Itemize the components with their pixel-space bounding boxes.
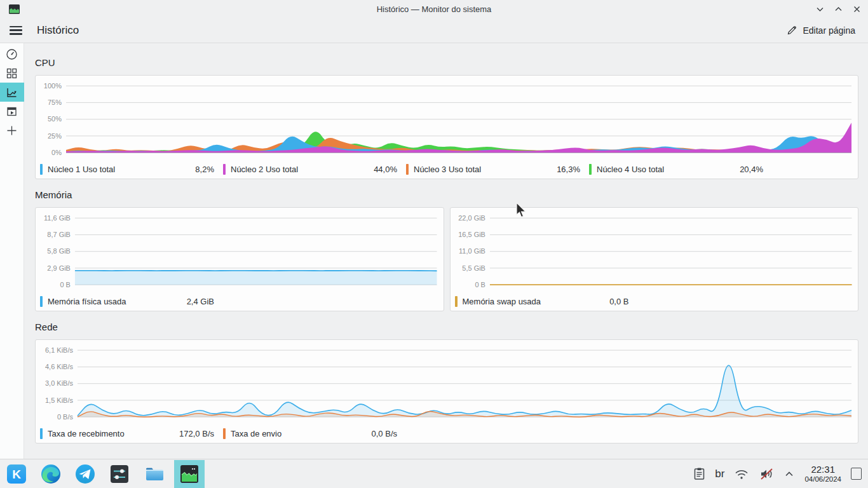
taskbar: K xyxy=(0,459,868,488)
legend-item: Núcleo 4 Uso total20,4% xyxy=(589,164,772,175)
svg-text:0 B: 0 B xyxy=(60,281,71,288)
legend-label: Taxa de recebimento xyxy=(48,429,125,438)
edit-page-button[interactable]: Editar página xyxy=(783,22,859,38)
dolphin-file-manager-icon[interactable] xyxy=(144,464,165,484)
legend-item: Memória swap usada0,0 B xyxy=(455,296,638,307)
maximize-button[interactable] xyxy=(834,4,843,14)
swap-memory-legend: Memória swap usada0,0 B xyxy=(451,292,858,311)
svg-text:100%: 100% xyxy=(44,82,62,90)
legend-label: Núcleo 1 Uso total xyxy=(48,165,115,174)
legend-label: Núcleo 2 Uso total xyxy=(231,165,298,174)
legend-swatch xyxy=(455,296,458,307)
wifi-icon[interactable] xyxy=(734,468,749,480)
legend-label: Taxa de envio xyxy=(231,429,281,438)
svg-text:1,5 KiB/s: 1,5 KiB/s xyxy=(45,396,74,404)
svg-text:11,0 GiB: 11,0 GiB xyxy=(459,247,485,255)
physical-memory-legend: Memória física usada2,4 GiB xyxy=(36,292,444,311)
clipboard-icon[interactable] xyxy=(693,467,705,480)
sidebar-item-add[interactable] xyxy=(0,121,24,140)
kde-launcher-icon[interactable]: K xyxy=(6,464,27,484)
close-button[interactable] xyxy=(852,4,862,14)
show-desktop-button[interactable] xyxy=(851,468,862,480)
legend-label: Núcleo 3 Uso total xyxy=(414,165,481,174)
network-card: 6,1 KiB/s4,6 KiB/s3,0 KiB/s1,5 KiB/s0 B/… xyxy=(35,339,858,444)
legend-value: 44,0% xyxy=(374,165,397,174)
legend-swatch xyxy=(589,164,592,175)
legend-swatch xyxy=(40,428,43,439)
svg-text:0 B/s: 0 B/s xyxy=(57,413,74,421)
legend-value: 0,0 B/s xyxy=(372,429,397,438)
physical-memory-chart: 11,6 GiB8,7 GiB5,8 GiB2,9 GiB0 B xyxy=(36,208,444,292)
physical-memory-card: 11,6 GiB8,7 GiB5,8 GiB2,9 GiB0 B Memória… xyxy=(35,207,444,311)
swap-memory-card: 22,0 GiB16,5 GiB11,0 GiB5,5 GiB0 B Memór… xyxy=(450,207,859,311)
network-legend: Taxa de recebimento172,0 B/sTaxa de envi… xyxy=(36,424,858,443)
legend-item: Núcleo 1 Uso total8,2% xyxy=(40,164,223,175)
svg-text:0 B: 0 B xyxy=(475,281,485,288)
window-play-icon xyxy=(6,105,18,118)
legend-label: Núcleo 4 Uso total xyxy=(597,165,664,174)
svg-text:8,7 GiB: 8,7 GiB xyxy=(47,231,71,238)
grid-icon xyxy=(6,67,18,79)
page-title: Histórico xyxy=(37,24,79,37)
legend-swatch xyxy=(406,164,409,175)
sidebar-item-pages[interactable] xyxy=(0,64,24,83)
legend-label: Memória swap usada xyxy=(463,297,541,306)
system-monitor-task-active[interactable] xyxy=(174,460,205,488)
minimize-button[interactable] xyxy=(815,4,825,14)
svg-text:4,6 KiB/s: 4,6 KiB/s xyxy=(45,363,74,370)
chevron-up-icon[interactable] xyxy=(783,469,795,479)
sidebar xyxy=(0,43,24,459)
svg-text:0%: 0% xyxy=(51,149,62,156)
svg-text:5,8 GiB: 5,8 GiB xyxy=(47,247,71,255)
digital-clock[interactable]: 22:31 04/06/2024 xyxy=(804,464,841,483)
legend-item: Memória física usada2,4 GiB xyxy=(40,296,223,307)
legend-swatch xyxy=(223,428,226,439)
legend-swatch xyxy=(223,164,226,175)
legend-value: 20,4% xyxy=(740,165,763,174)
legend-item: Taxa de envio0,0 B/s xyxy=(223,428,406,439)
sidebar-item-pages-runner[interactable] xyxy=(0,102,24,121)
svg-text:3,0 KiB/s: 3,0 KiB/s xyxy=(45,379,74,387)
legend-swatch xyxy=(40,296,43,307)
legend-value: 0,0 B xyxy=(609,297,628,306)
keyboard-layout-indicator[interactable]: br xyxy=(715,468,724,480)
plus-icon xyxy=(6,125,18,137)
edge-browser-icon[interactable] xyxy=(41,464,61,484)
volume-muted-icon[interactable] xyxy=(759,467,774,481)
section-title-memory: Memória xyxy=(35,189,858,201)
svg-text:50%: 50% xyxy=(48,115,62,123)
legend-label: Memória física usada xyxy=(48,297,126,306)
legend-value: 16,3% xyxy=(557,165,580,174)
sidebar-item-overview[interactable] xyxy=(0,44,24,64)
network-chart: 6,1 KiB/s4,6 KiB/s3,0 KiB/s1,5 KiB/s0 B/… xyxy=(36,340,858,424)
svg-text:22,0 GiB: 22,0 GiB xyxy=(458,214,485,222)
svg-text:75%: 75% xyxy=(48,98,62,106)
svg-text:11,6 GiB: 11,6 GiB xyxy=(44,214,71,222)
legend-item: Núcleo 2 Uso total44,0% xyxy=(223,164,406,175)
history-page: CPU 100%75%50%25%0% Núcleo 1 Uso total8,… xyxy=(24,43,868,459)
hamburger-menu-icon[interactable] xyxy=(9,25,23,36)
pencil-icon xyxy=(787,25,797,36)
legend-value: 172,0 B/s xyxy=(179,429,214,438)
legend-item: Núcleo 3 Uso total16,3% xyxy=(406,164,589,175)
system-monitor-icon xyxy=(179,464,200,484)
cpu-chart: 100%75%50%25%0% xyxy=(36,76,858,159)
svg-text:25%: 25% xyxy=(48,132,62,140)
edit-page-label: Editar página xyxy=(803,25,855,36)
legend-value: 2,4 GiB xyxy=(187,297,214,306)
legend-item: Taxa de recebimento172,0 B/s xyxy=(40,428,223,439)
telegram-icon[interactable] xyxy=(75,464,95,484)
titlebar: Histórico — Monitor do sistema xyxy=(0,0,868,18)
system-tray: br 22:31 04/06/2024 xyxy=(693,464,862,483)
clock-time: 22:31 xyxy=(804,464,841,475)
svg-text:6,1 KiB/s: 6,1 KiB/s xyxy=(45,346,74,354)
toolbar: Histórico Editar página xyxy=(0,18,868,43)
section-title-network: Rede xyxy=(35,322,858,333)
system-settings-icon[interactable] xyxy=(109,464,130,484)
section-title-cpu: CPU xyxy=(35,57,858,69)
svg-text:K: K xyxy=(12,468,21,481)
line-chart-icon xyxy=(6,86,18,98)
cpu-card: 100%75%50%25%0% Núcleo 1 Uso total8,2%Nú… xyxy=(35,75,858,179)
swap-memory-chart: 22,0 GiB16,5 GiB11,0 GiB5,5 GiB0 B xyxy=(451,208,858,292)
sidebar-item-history[interactable] xyxy=(0,83,24,102)
